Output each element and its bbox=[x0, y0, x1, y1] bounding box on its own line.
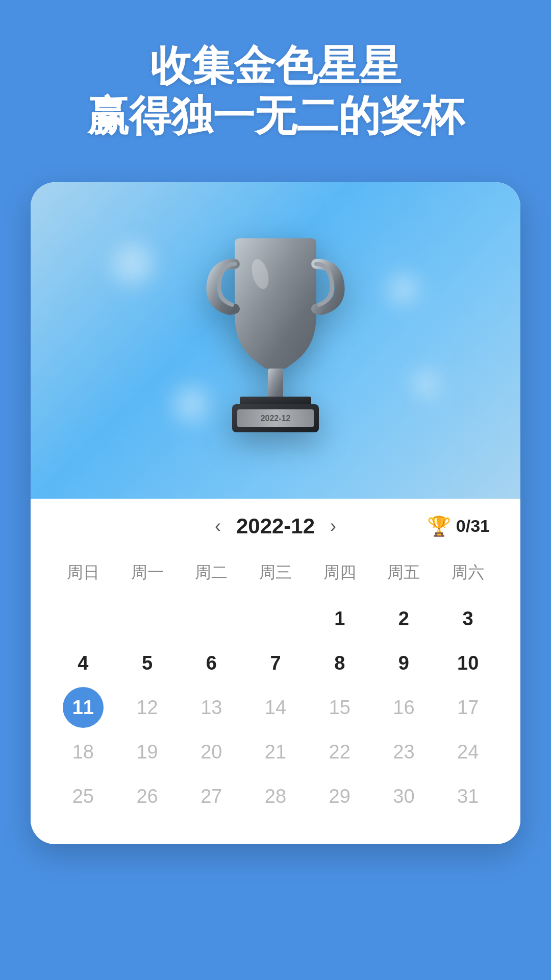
calendar-day-cell[interactable]: 20 bbox=[179, 730, 243, 774]
trophy-count-badge: 🏆 0/31 bbox=[427, 515, 490, 537]
calendar-day-cell[interactable]: 27 bbox=[179, 774, 243, 819]
calendar-day-cell[interactable]: 26 bbox=[115, 774, 180, 819]
calendar-day-cell[interactable]: 28 bbox=[243, 774, 308, 819]
weekday-label: 周四 bbox=[308, 554, 372, 592]
calendar-day-cell[interactable]: 22 bbox=[308, 730, 372, 774]
month-title: 2022-12 bbox=[236, 514, 315, 538]
calendar-day-cell[interactable]: 16 bbox=[372, 685, 436, 730]
calendar-day-cell[interactable]: 25 bbox=[51, 774, 115, 819]
next-month-button[interactable]: › bbox=[330, 516, 336, 537]
svg-rect-0 bbox=[268, 369, 283, 399]
calendar-day-cell bbox=[115, 597, 180, 641]
calendar-day-cell bbox=[243, 597, 308, 641]
calendar-day-cell[interactable]: 15 bbox=[308, 685, 372, 730]
header-text: 收集金色星星 赢得独一无二的奖杯 bbox=[67, 41, 484, 141]
calendar-day-cell[interactable]: 29 bbox=[308, 774, 372, 819]
calendar-day-cell[interactable]: 10 bbox=[436, 641, 500, 685]
calendar-day-cell[interactable]: 19 bbox=[115, 730, 180, 774]
calendar-day-cell bbox=[179, 597, 243, 641]
calendar-day-cell[interactable]: 5 bbox=[115, 641, 180, 685]
header-line2: 赢得独一无二的奖杯 bbox=[87, 91, 464, 141]
calendar-day-cell[interactable]: 7 bbox=[243, 641, 308, 685]
weekday-label: 周二 bbox=[179, 554, 243, 592]
main-card: 2022-12 ‹ 2022-12 › 🏆 0/31 周日周一周二周三周四周五周… bbox=[31, 182, 520, 844]
calendar-day-cell[interactable]: 9 bbox=[372, 641, 436, 685]
trophy-count: 0/31 bbox=[456, 516, 490, 536]
weekday-label: 周五 bbox=[372, 554, 436, 592]
trophy-small-icon: 🏆 bbox=[427, 515, 451, 537]
calendar-section: ‹ 2022-12 › 🏆 0/31 周日周一周二周三周四周五周六 123456… bbox=[31, 499, 520, 844]
calendar-day-cell[interactable]: 17 bbox=[436, 685, 500, 730]
weekday-label: 周三 bbox=[243, 554, 308, 592]
calendar-day-cell[interactable]: 18 bbox=[51, 730, 115, 774]
calendar-nav: ‹ 2022-12 › 🏆 0/31 bbox=[51, 514, 500, 538]
calendar-day-cell[interactable]: 31 bbox=[436, 774, 500, 819]
calendar-day-cell[interactable]: 21 bbox=[243, 730, 308, 774]
weekday-label: 周日 bbox=[51, 554, 115, 592]
calendar-day-cell[interactable]: 30 bbox=[372, 774, 436, 819]
calendar-day-cell[interactable]: 12 bbox=[115, 685, 180, 730]
calendar-day-cell bbox=[51, 597, 115, 641]
calendar-day-cell[interactable]: 6 bbox=[179, 641, 243, 685]
calendar-day-cell[interactable]: 1 bbox=[308, 597, 372, 641]
calendar-day-cell[interactable]: 8 bbox=[308, 641, 372, 685]
trophy-icon: 2022-12 bbox=[194, 233, 357, 448]
glow-decoration bbox=[388, 274, 418, 305]
glow-decoration bbox=[413, 371, 439, 397]
calendar-grid: 1234567891011121314151617181920212223242… bbox=[51, 597, 500, 819]
svg-text:2022-12: 2022-12 bbox=[261, 414, 291, 423]
weekday-label: 周一 bbox=[115, 554, 180, 592]
calendar-day-cell[interactable]: 23 bbox=[372, 730, 436, 774]
weekday-headers: 周日周一周二周三周四周五周六 bbox=[51, 554, 500, 592]
header-line1: 收集金色星星 bbox=[87, 41, 464, 91]
weekday-label: 周六 bbox=[436, 554, 500, 592]
calendar-day-cell[interactable]: 2 bbox=[372, 597, 436, 641]
calendar-day-cell[interactable]: 14 bbox=[243, 685, 308, 730]
calendar-day-cell[interactable]: 4 bbox=[51, 641, 115, 685]
prev-month-button[interactable]: ‹ bbox=[215, 516, 221, 537]
trophy-section: 2022-12 bbox=[31, 182, 520, 499]
calendar-day-cell[interactable]: 13 bbox=[179, 685, 243, 730]
calendar-day-cell[interactable]: 11 bbox=[51, 685, 115, 730]
calendar-day-cell[interactable]: 3 bbox=[436, 597, 500, 641]
calendar-day-cell[interactable]: 24 bbox=[436, 730, 500, 774]
glow-decoration bbox=[112, 243, 153, 284]
